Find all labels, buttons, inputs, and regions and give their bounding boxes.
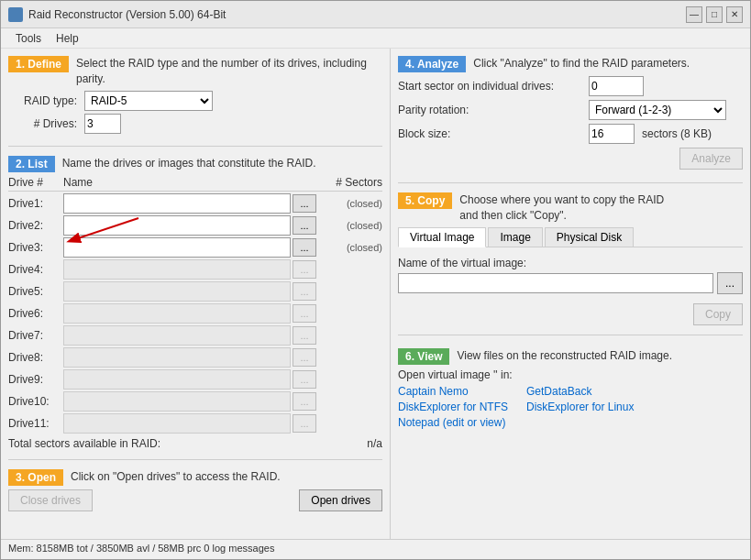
copy-desc: Choose where you want to copy the RAIDan… [459,192,664,224]
drive-input-2[interactable] [63,215,291,236]
window-title: Raid Reconstructor (Version 5.00) 64-Bit [28,8,686,21]
drives-input[interactable] [84,114,121,134]
drive-row: Drive2:...(closed) [8,215,382,236]
section-open-header: 3. Open Click on "Open drives" to access… [8,469,382,486]
parity-label: Parity rotation: [398,104,581,116]
parity-select[interactable]: Forward (1-2-3) Backward Adaptive [589,100,726,120]
status-bar: Mem: 8158MB tot / 3850MB avl / 58MB prc … [1,539,750,559]
view-links: Captain Nemo DiskExplorer for NTFS Notep… [398,385,743,429]
raid-type-select[interactable]: RAID-5 RAID-0 RAID-1 RAID-6 [84,91,213,111]
analyze-desc: Click "Analyze" to find the RAID paramet… [473,56,690,71]
col-name: Name [63,176,291,189]
raid-type-label: RAID type: [8,94,77,107]
divider-2 [8,459,382,460]
drive-input-9 [63,369,291,390]
drive-label-3: Drive3: [8,241,63,254]
link-captain-nemo[interactable]: Captain Nemo [398,385,508,398]
divider-3 [398,182,743,183]
vi-input[interactable] [398,273,713,293]
drive-label-5: Drive5: [8,285,63,298]
open-desc: Click on "Open drives" to access the RAI… [71,469,281,485]
vi-label: Name of the virtual image: [398,257,743,269]
section-copy: 5. Copy Choose where you want to copy th… [398,192,743,325]
link-getdataback[interactable]: GetDataBack [526,385,634,398]
drive-input-8 [63,347,291,368]
drive-input-7 [63,325,291,346]
minimize-button[interactable]: — [686,6,702,23]
menu-help[interactable]: Help [49,30,86,47]
tab-virtual-image[interactable]: Virtual Image [398,227,486,247]
col-sectors: # Sectors [318,176,382,189]
main-window: Raid Reconstructor (Version 5.00) 64-Bit… [0,0,751,560]
badge-define: 1. Define [8,56,69,72]
badge-list: 2. List [8,156,55,172]
drive-browse-btn-9: ... [293,370,316,389]
drive-input-5 [63,281,291,302]
drive-browse-btn-11: ... [293,414,316,433]
drive-input-6 [63,303,291,324]
menu-tools[interactable]: Tools [8,30,49,47]
start-sector-input[interactable] [589,76,644,96]
analyze-button[interactable]: Analyze [679,148,743,170]
divider-4 [398,335,743,335]
badge-analyze: 4. Analyze [398,56,466,72]
drive-row: Drive11:... [8,413,382,434]
total-value: n/a [367,437,382,450]
drive-status-1: (closed) [318,198,382,209]
drive-label-7: Drive7: [8,329,63,342]
open-image-label: Open virtual image '' in: [398,368,743,381]
raid-type-row: RAID type: RAID-5 RAID-0 RAID-1 RAID-6 [8,91,382,111]
drive-row: Drive1:...(closed) [8,193,382,214]
list-desc: Name the drives or images that constitut… [62,156,316,171]
drive-label-9: Drive9: [8,373,63,386]
open-drives-button[interactable]: Open drives [299,489,382,511]
drive-input-10 [63,391,291,412]
link-notepad[interactable]: Notepad (edit or view) [398,416,508,429]
drive-browse-btn-10: ... [293,392,316,411]
block-size-input[interactable] [589,124,635,144]
drive-browse-btn-4: ... [293,260,316,279]
link-diskexplorer-linux[interactable]: DiskExplorer for Linux [526,401,634,413]
drive-input-3[interactable] [63,237,291,258]
drive-browse-btn-3[interactable]: ... [293,238,316,257]
copy-tabs: Virtual Image Image Physical Disk [398,227,743,247]
drive-label-1: Drive1: [8,197,63,210]
section-list-header: 2. List Name the drives or images that c… [8,156,382,172]
drive-label-2: Drive2: [8,219,63,232]
window-controls: — □ ✕ [686,6,743,23]
main-content: 1. Define Select the RAID type and the n… [1,49,750,539]
close-drives-button[interactable]: Close drives [8,489,93,511]
drives-count-row: # Drives: [8,114,382,134]
drive-label-10: Drive10: [8,395,63,408]
drive-browse-btn-1[interactable]: ... [293,194,316,213]
virtual-image-section: Name of the virtual image: ... [398,253,743,298]
analyze-btn-row: Analyze [398,148,743,170]
drive-row: Drive9:... [8,369,382,390]
total-sectors-row: Total sectors available in RAID: n/a [8,437,382,450]
section-define-header: 1. Define Select the RAID type and the n… [8,56,382,87]
status-text: Mem: 8158MB tot / 3850MB avl / 58MB prc … [8,543,274,554]
tab-image[interactable]: Image [488,227,542,247]
total-label: Total sectors available in RAID: [8,437,160,450]
drive-input-1[interactable] [63,193,291,214]
copy-button[interactable]: Copy [693,303,743,325]
drive-row: Drive10:... [8,391,382,412]
drive-browse-btn-2[interactable]: ... [293,216,316,235]
block-size-row: Block size: sectors (8 KB) [398,124,743,144]
link-diskexplorer-ntfs[interactable]: DiskExplorer for NTFS [398,401,508,413]
close-button[interactable]: ✕ [726,6,743,23]
badge-open: 3. Open [8,469,63,486]
vi-browse-button[interactable]: ... [717,272,743,294]
drive-label-4: Drive4: [8,263,63,276]
drive-browse-btn-8: ... [293,348,316,367]
section-analyze-header: 4. Analyze Click "Analyze" to find the R… [398,56,743,72]
drive-browse-btn-5: ... [293,282,316,301]
maximize-button[interactable]: □ [706,6,723,23]
badge-view: 6. View [398,348,449,365]
title-bar: Raid Reconstructor (Version 5.00) 64-Bit… [1,1,750,28]
view-col-1: Captain Nemo DiskExplorer for NTFS Notep… [398,385,508,429]
tab-physical-disk[interactable]: Physical Disk [545,227,634,247]
drive-status-2: (closed) [318,220,382,231]
parity-row: Parity rotation: Forward (1-2-3) Backwar… [398,100,743,120]
block-size-label: Block size: [398,127,581,140]
